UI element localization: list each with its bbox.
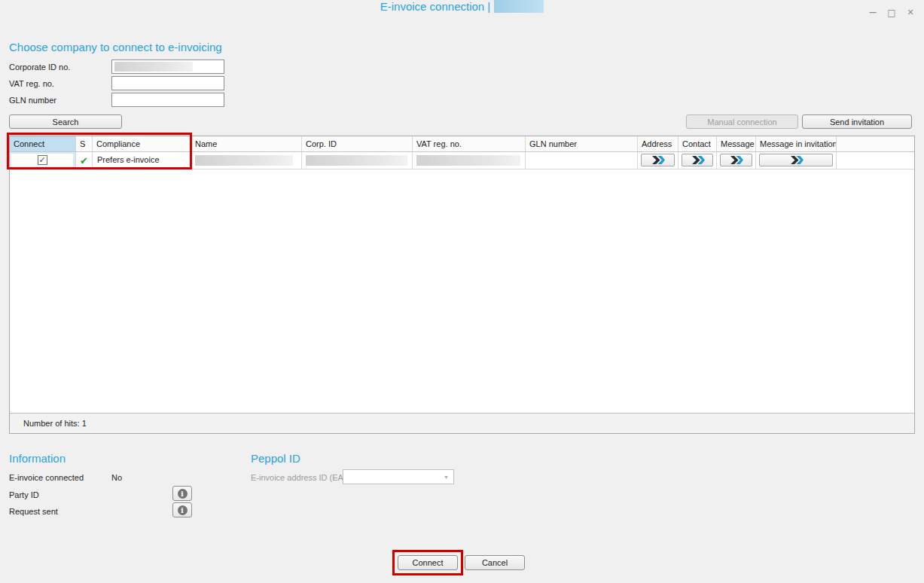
eaid-dropdown[interactable]: ▼ xyxy=(343,469,454,484)
table-footer: Number of hits: 1 xyxy=(10,413,914,433)
request-sent-info-button[interactable]: i xyxy=(172,502,192,517)
search-results-table: Connect S Compliance Name Corp. ID VAT r… xyxy=(9,136,915,434)
gln-number-label: GLN number xyxy=(9,96,56,105)
connect-checkbox[interactable]: ✓ xyxy=(38,155,47,165)
send-invitation-button[interactable]: Send invitation xyxy=(802,114,912,129)
column-header-vat-reg[interactable]: VAT reg. no. xyxy=(413,136,526,151)
dropdown-arrow-icon: ▼ xyxy=(444,475,449,480)
choose-company-heading: Choose company to connect to e-invoicing xyxy=(9,41,222,53)
column-header-gln[interactable]: GLN number xyxy=(526,136,638,151)
info-icon: i xyxy=(178,505,188,515)
column-header-corp-id[interactable]: Corp. ID xyxy=(302,136,413,151)
einvoice-connected-label: E-invoice connected xyxy=(9,473,84,482)
corporate-id-label: Corporate ID no. xyxy=(9,63,70,72)
checkbox-check-icon: ✓ xyxy=(38,156,45,164)
compliance-cell: Prefers e-invoice xyxy=(93,152,191,169)
double-chevron-icon xyxy=(691,156,705,164)
party-id-info-button[interactable]: i xyxy=(172,486,192,501)
vat-reg-cell xyxy=(413,152,526,169)
contact-expand-button[interactable] xyxy=(682,154,713,166)
connect-cell-field: ✓ xyxy=(11,154,73,166)
search-button[interactable]: Search xyxy=(9,114,122,129)
information-heading: Information xyxy=(9,452,66,465)
info-icon: i xyxy=(178,489,188,499)
minimize-icon[interactable]: — xyxy=(868,8,877,18)
column-header-message-in-invitation[interactable]: Message in invitation xyxy=(756,136,837,151)
manual-connection-button[interactable]: Manual connection xyxy=(686,114,798,129)
connect-button[interactable]: Connect xyxy=(398,555,458,570)
redacted-name-value xyxy=(195,155,293,166)
address-expand-button[interactable] xyxy=(641,154,675,166)
redacted-corporate-id-value xyxy=(114,62,193,72)
message-expand-button[interactable] xyxy=(720,154,752,166)
table-header-row: Connect S Compliance Name Corp. ID VAT r… xyxy=(10,136,914,152)
column-header-filler xyxy=(837,136,914,151)
number-of-hits: Number of hits: 1 xyxy=(23,419,87,428)
redacted-corp-id-value xyxy=(306,155,407,166)
einvoice-connected-value: No xyxy=(111,473,122,482)
column-header-address[interactable]: Address xyxy=(638,136,679,151)
connect-cell[interactable]: ✓ xyxy=(10,152,76,169)
row-filler-cell xyxy=(837,152,914,169)
message-in-invitation-expand-button[interactable] xyxy=(759,154,833,166)
status-ok-icon: ✔ xyxy=(80,155,88,166)
column-header-compliance[interactable]: Compliance xyxy=(93,136,191,151)
peppol-id-heading: Peppol ID xyxy=(251,452,300,465)
eaid-label: E-invoice address ID (EAID) xyxy=(251,473,355,482)
redacted-vat-value xyxy=(416,155,520,166)
column-header-message[interactable]: Message xyxy=(717,136,756,151)
redacted-company-name xyxy=(494,0,544,13)
double-chevron-icon xyxy=(729,156,743,164)
message-cell xyxy=(717,152,756,169)
double-chevron-icon xyxy=(789,156,804,164)
corporate-id-input[interactable] xyxy=(111,60,224,74)
double-chevron-icon xyxy=(651,156,665,164)
vat-reg-input[interactable] xyxy=(111,76,224,90)
window-controls: — □ ✕ xyxy=(868,8,915,18)
party-id-label: Party ID xyxy=(9,490,39,499)
corp-id-cell xyxy=(302,152,413,169)
contact-cell xyxy=(679,152,717,169)
gln-number-input[interactable] xyxy=(111,93,224,107)
maximize-icon[interactable]: □ xyxy=(887,8,896,18)
request-sent-label: Request sent xyxy=(9,507,58,516)
table-row[interactable]: ✓ ✔ Prefers e-invoice xyxy=(10,152,914,169)
vat-reg-label: VAT reg. no. xyxy=(9,79,54,88)
address-cell xyxy=(638,152,679,169)
column-header-contact[interactable]: Contact xyxy=(679,136,717,151)
column-header-connect[interactable]: Connect xyxy=(10,136,76,151)
close-icon[interactable]: ✕ xyxy=(906,8,915,18)
status-cell: ✔ xyxy=(76,152,93,169)
column-header-name[interactable]: Name xyxy=(191,136,302,151)
window-titlebar: E-invoice connection | xyxy=(0,0,924,13)
cancel-button[interactable]: Cancel xyxy=(465,555,525,570)
name-cell xyxy=(191,152,302,169)
window-title: E-invoice connection | xyxy=(380,0,490,13)
column-header-s[interactable]: S xyxy=(76,136,93,151)
gln-cell xyxy=(526,152,638,169)
message-in-invitation-cell xyxy=(756,152,837,169)
